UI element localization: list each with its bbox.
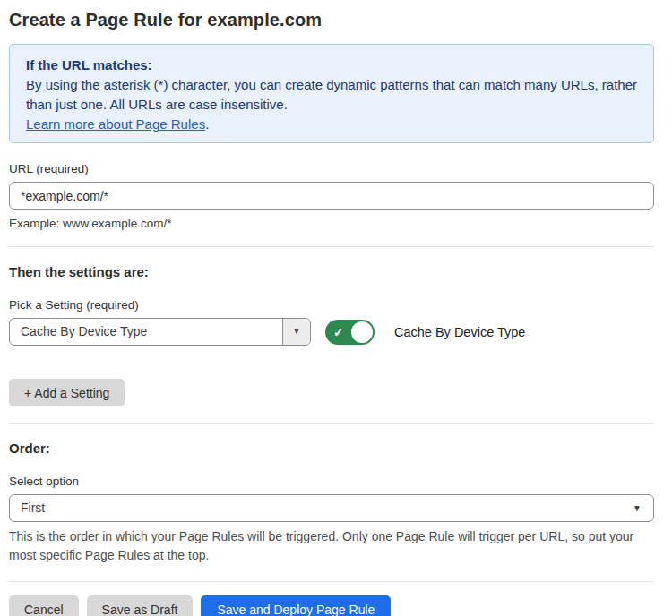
order-description: This is the order in which your Page Rul…: [9, 527, 636, 565]
divider: [9, 581, 654, 582]
check-icon: ✓: [333, 324, 344, 338]
setting-toggle[interactable]: ✓: [325, 320, 375, 345]
toggle-label: Cache By Device Type: [394, 325, 525, 339]
pick-setting-label: Pick a Setting (required): [9, 298, 654, 312]
add-setting-button[interactable]: + Add a Setting: [9, 379, 125, 406]
url-label: URL (required): [9, 162, 654, 175]
setting-select-value: Cache By Device Type: [10, 319, 282, 345]
url-input[interactable]: [9, 182, 654, 210]
info-box-heading: If the URL matches:: [26, 56, 637, 75]
url-match-info-box: If the URL matches: By using the asteris…: [9, 44, 654, 143]
page-title: Create a Page Rule for example.com: [9, 10, 654, 30]
select-option-label: Select option: [9, 475, 654, 488]
save-deploy-button[interactable]: Save and Deploy Page Rule: [201, 595, 391, 616]
info-box-link-line: Learn more about Page Rules.: [26, 115, 637, 134]
chevron-down-icon: ▼: [293, 328, 301, 336]
setting-select[interactable]: Cache By Device Type ▼: [9, 318, 311, 346]
setting-select-arrow-button[interactable]: ▼: [282, 319, 310, 345]
url-example-helper: Example: www.example.com/*: [9, 217, 654, 230]
divider: [9, 246, 654, 247]
order-heading: Order:: [9, 441, 654, 456]
save-draft-button[interactable]: Save as Draft: [87, 595, 194, 616]
order-select-value: First: [10, 495, 633, 521]
cancel-button[interactable]: Cancel: [9, 595, 79, 616]
setting-row: Cache By Device Type ▼ ✓ Cache By Device…: [9, 318, 654, 346]
toggle-knob: [351, 321, 373, 343]
footer-actions: Cancel Save as Draft Save and Deploy Pag…: [9, 595, 654, 616]
link-period: .: [205, 116, 209, 132]
info-box-body: By using the asterisk (*) character, you…: [26, 75, 637, 115]
divider: [9, 423, 654, 424]
page-rule-form: Create a Page Rule for example.com If th…: [0, 0, 672, 616]
order-select[interactable]: First ▼: [9, 494, 654, 522]
settings-heading: Then the settings are:: [9, 264, 654, 279]
chevron-down-icon: ▼: [633, 495, 653, 521]
learn-more-link[interactable]: Learn more about Page Rules: [26, 116, 205, 132]
